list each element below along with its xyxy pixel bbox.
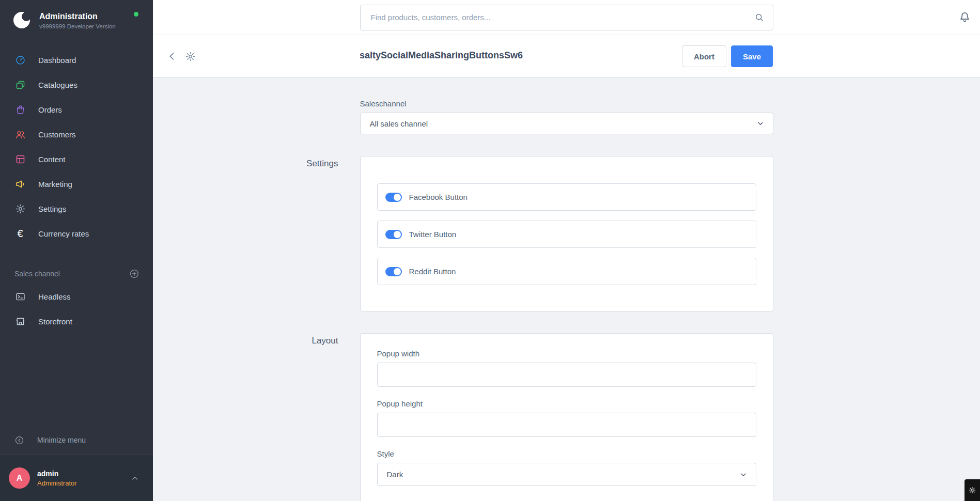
dashboard-gauge-icon (14, 54, 26, 66)
saleschannel-select[interactable]: All sales channel (360, 113, 773, 134)
popup-width-field: Popup width (377, 349, 756, 387)
sidebar-item-label: Headless (38, 292, 71, 301)
sidebar: Administration v9999999 Developer Versio… (0, 0, 153, 501)
sidebar-item-label: Settings (38, 205, 66, 213)
avatar: A (9, 467, 30, 489)
main-area: saltySocialMediaSharingButtonsSw6 Abort … (153, 0, 980, 501)
popup-height-label: Popup height (377, 399, 756, 408)
popup-height-field: Popup height (377, 399, 756, 437)
customers-icon (14, 129, 26, 140)
back-icon[interactable] (166, 51, 178, 62)
layout-section-label: Layout (312, 336, 338, 346)
topbar (153, 0, 980, 35)
settings-card: Facebook Button Twitter Button Reddit Bu… (360, 156, 773, 311)
settings-section-label: Settings (306, 159, 338, 169)
search-icon (754, 12, 765, 23)
smart-bar: saltySocialMediaSharingButtonsSw6 Abort … (153, 35, 980, 77)
sidebar-item-catalogues[interactable]: Catalogues (0, 72, 153, 97)
toggle-label: Facebook Button (409, 193, 468, 201)
twitter-toggle-row: Twitter Button (377, 221, 756, 248)
main-menu: Dashboard Catalogues Ord (0, 48, 153, 246)
sidebar-item-orders[interactable]: Orders (0, 97, 153, 122)
sidebar-item-settings[interactable]: Settings (0, 196, 153, 221)
sidebar-item-content[interactable]: Content (0, 147, 153, 171)
app-root: Administration v9999999 Developer Versio… (0, 0, 980, 501)
toggle-label: Reddit Button (409, 267, 456, 276)
euro-icon: € (14, 228, 26, 239)
layout-section: Layout Popup width Popup height Style (360, 333, 773, 501)
shopware-logo[interactable] (11, 10, 32, 30)
app-title-block: Administration v9999999 Developer Versio… (39, 10, 116, 29)
sidebar-item-label: Dashboard (38, 56, 76, 65)
app-title: Administration (39, 12, 116, 21)
minimize-menu-label: Minimize menu (37, 436, 86, 444)
minimize-menu-button[interactable]: Minimize menu (0, 428, 153, 452)
sidebar-item-headless[interactable]: Headless (0, 284, 153, 309)
notification-bell-icon[interactable] (958, 10, 972, 24)
headless-console-icon (14, 291, 26, 302)
content-layout-icon (14, 153, 26, 165)
settings-gear-icon (14, 203, 26, 214)
debug-toolbar-badge[interactable] (965, 479, 980, 501)
sidebar-item-label: Currency rates (38, 229, 89, 238)
reddit-toggle-row: Reddit Button (377, 258, 756, 285)
style-selected-value: Dark (387, 470, 403, 479)
sales-channel-section: Sales channel Headless (0, 263, 153, 334)
chevron-up-icon (130, 474, 139, 483)
facebook-toggle-row: Facebook Button (377, 183, 756, 211)
sidebar-item-label: Storefront (38, 317, 72, 326)
minimize-menu-icon (14, 435, 25, 445)
storefront-icon (14, 316, 26, 327)
twitter-toggle[interactable] (385, 230, 402, 239)
user-meta: admin Administrator (37, 469, 77, 487)
sidebar-item-currency-rates[interactable]: € Currency rates (0, 221, 153, 246)
chevron-down-icon (739, 471, 748, 479)
sidebar-item-storefront[interactable]: Storefront (0, 309, 153, 334)
orders-bag-icon (14, 104, 26, 115)
user-name: admin (37, 469, 77, 478)
save-button[interactable]: Save (731, 45, 773, 67)
popup-width-input[interactable] (377, 363, 756, 387)
online-status-dot (134, 12, 138, 17)
saleschannel-selected-value: All sales channel (370, 119, 428, 128)
abort-button[interactable]: Abort (682, 45, 726, 67)
popup-width-label: Popup width (377, 349, 756, 358)
chevron-down-icon (756, 119, 765, 128)
sales-channel-header: Sales channel (14, 270, 60, 278)
saleschannel-field: Saleschannel All sales channel (360, 99, 773, 134)
settings-section: Settings Facebook Button Twitter Button (360, 156, 773, 311)
sidebar-item-marketing[interactable]: Marketing (0, 171, 153, 196)
style-field: Style Dark (377, 449, 756, 486)
page-title: saltySocialMediaSharingButtonsSw6 (360, 50, 523, 61)
user-role: Administrator (37, 479, 77, 487)
user-menu[interactable]: A admin Administrator (0, 455, 153, 501)
smartbar-actions: Abort Save (682, 45, 773, 67)
sidebar-item-label: Catalogues (38, 81, 77, 89)
layout-card: Popup width Popup height Style Dark (360, 333, 773, 501)
sidebar-item-label: Content (38, 155, 66, 164)
sidebar-item-label: Marketing (38, 180, 72, 189)
plugin-config-gear-icon[interactable] (185, 51, 196, 62)
add-sales-channel-icon[interactable] (129, 269, 139, 279)
sidebar-item-customers[interactable]: Customers (0, 122, 153, 147)
app-version: v9999999 Developer Version (39, 23, 116, 29)
style-select[interactable]: Dark (377, 463, 756, 486)
style-label: Style (377, 449, 756, 458)
global-search (360, 5, 773, 30)
sidebar-item-label: Orders (38, 105, 62, 114)
reddit-toggle[interactable] (385, 267, 402, 276)
sidebar-item-label: Customers (38, 130, 76, 139)
marketing-megaphone-icon (14, 178, 26, 190)
toggle-label: Twitter Button (409, 230, 457, 239)
facebook-toggle[interactable] (385, 193, 402, 202)
popup-height-input[interactable] (377, 413, 756, 437)
saleschannel-label: Saleschannel (360, 99, 773, 108)
catalogues-icon (14, 79, 26, 90)
sidebar-header: Administration v9999999 Developer Versio… (0, 0, 153, 48)
plugin-config-content: Saleschannel All sales channel Settings (153, 77, 980, 501)
search-input[interactable] (371, 13, 749, 22)
sidebar-item-dashboard[interactable]: Dashboard (0, 48, 153, 72)
